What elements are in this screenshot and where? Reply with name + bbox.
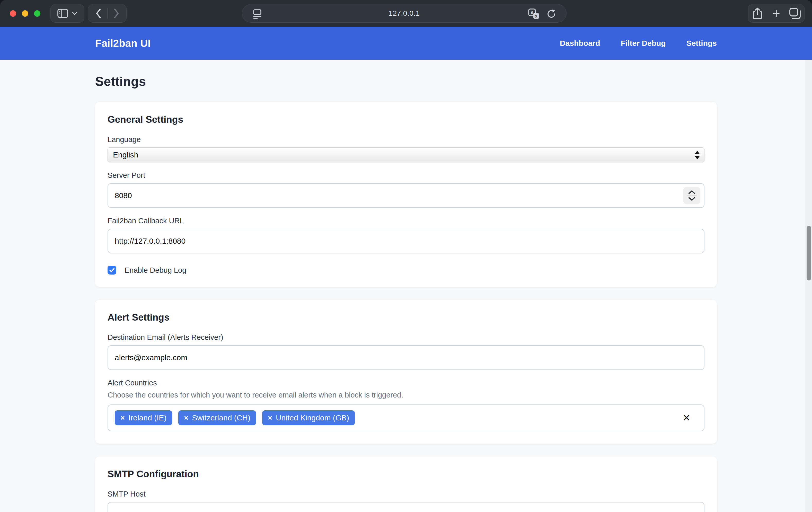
traffic-lights [10,10,40,17]
language-select[interactable]: English [108,147,704,162]
reload-icon[interactable] [546,9,556,19]
smtp-host-input[interactable] [108,502,704,512]
server-port-input[interactable] [108,183,704,208]
select-stepper-icon [694,148,700,162]
address-bar[interactable]: 127.0.0.1 A x [242,4,567,23]
chevron-down-icon [72,11,78,15]
clear-all-tags-icon[interactable]: ✕ [682,413,691,423]
language-selected-value: English [113,150,138,159]
scrollbar-thumb[interactable] [807,226,811,280]
scrollbar-track[interactable] [805,60,812,512]
general-settings-title: General Settings [108,114,704,125]
sidebar-toggle-button[interactable] [51,4,84,23]
alert-countries-input[interactable]: × Ireland (IE) × Switzerland (CH) × Unit… [108,404,704,431]
alert-countries-help: Choose the countries for which you want … [108,391,704,399]
nav-link-filter-debug[interactable]: Filter Debug [621,39,666,48]
destination-email-input[interactable] [108,345,704,370]
smtp-host-label: SMTP Host [108,490,704,499]
alert-settings-title: Alert Settings [108,312,704,323]
minimize-window-button[interactable] [22,10,28,17]
nav-link-settings[interactable]: Settings [687,39,717,48]
debug-log-checkbox[interactable] [108,266,116,275]
browser-chrome: 127.0.0.1 A x [0,0,812,27]
remove-tag-icon[interactable]: × [184,414,188,422]
back-button[interactable] [89,4,107,23]
zoom-window-button[interactable] [34,10,40,17]
share-button[interactable] [748,4,767,23]
chevron-down-icon [688,197,696,201]
server-port-field: Server Port [108,171,704,208]
toolbar-right-group: + [748,4,805,23]
smtp-configuration-title: SMTP Configuration [108,469,704,480]
url-text: 127.0.0.1 [242,9,566,18]
country-tag-label: United Kingdom (GB) [276,414,349,422]
country-tag: × Switzerland (CH) [178,410,256,425]
checkmark-icon [109,268,115,273]
plus-icon: + [772,7,780,20]
alert-countries-field: Alert Countries Choose the countries for… [108,379,704,431]
chevron-up-icon [688,190,696,195]
new-tab-button[interactable]: + [767,4,785,23]
language-label: Language [108,135,704,144]
remove-tag-icon[interactable]: × [268,414,272,422]
debug-log-row: Enable Debug Log [108,266,704,275]
country-tag-label: Switzerland (CH) [192,414,250,422]
country-tag-label: Ireland (IE) [128,414,167,422]
language-field: Language English [108,135,704,162]
smtp-host-field: SMTP Host [108,490,704,512]
smtp-configuration-card: SMTP Configuration SMTP Host [95,456,717,512]
app-navbar: Fail2ban UI Dashboard Filter Debug Setti… [0,27,812,60]
sidebar-icon [57,9,68,18]
history-nav-group [88,4,126,23]
nav-link-dashboard[interactable]: Dashboard [560,39,600,48]
svg-text:x: x [535,14,538,18]
forward-button[interactable] [108,4,125,23]
destination-email-field: Destination Email (Alerts Receiver) [108,333,704,370]
destination-email-label: Destination Email (Alerts Receiver) [108,333,704,342]
app-brand[interactable]: Fail2ban UI [95,37,151,49]
alert-settings-card: Alert Settings Destination Email (Alerts… [95,300,717,444]
translate-icon[interactable]: A x [528,8,540,19]
page-content: Settings General Settings Language Engli… [0,60,812,512]
debug-log-label: Enable Debug Log [124,266,186,275]
callback-url-input[interactable] [108,229,704,253]
alert-countries-label: Alert Countries [108,379,704,387]
nav-links: Dashboard Filter Debug Settings [560,39,717,48]
callback-url-field: Fail2ban Callback URL [108,217,704,253]
country-tag: × United Kingdom (GB) [262,410,355,425]
country-tag: × Ireland (IE) [115,410,172,425]
general-settings-card: General Settings Language English Server… [95,102,717,287]
server-port-label: Server Port [108,171,704,179]
remove-tag-icon[interactable]: × [120,414,125,422]
number-stepper[interactable] [684,187,700,204]
tab-overview-button[interactable] [786,4,805,23]
close-window-button[interactable] [10,10,16,17]
callback-url-label: Fail2ban Callback URL [108,217,704,225]
page-title: Settings [95,60,717,89]
